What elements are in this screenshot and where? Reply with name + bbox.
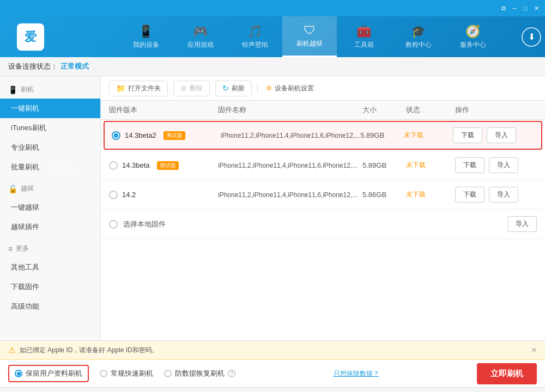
- settings-gear-icon: ⚙: [266, 84, 272, 92]
- notice-text: 如已绑定 Apple ID，请准备好 Apple ID和密码。: [20, 346, 159, 355]
- keep-data-label: 保留用户资料刷机: [26, 369, 82, 378]
- sidebar-item-pro-flash[interactable]: 专业刷机: [0, 138, 100, 157]
- toolbar: 📁 打开文件夹 ⊗ 删除 ↻ 刷新 ⚙ 设备刷机设置: [101, 76, 545, 101]
- my-device-label: 我的设备: [133, 40, 159, 50]
- table-row: 14.3beta2 测试版 iPhone11,2,iPhone11,4,iPho…: [104, 121, 542, 150]
- sidebar-item-advanced[interactable]: 高级功能: [0, 297, 100, 316]
- restore-btn[interactable]: ⧉: [499, 4, 508, 13]
- row1-radio[interactable]: [112, 131, 120, 140]
- sidebar-section-flash-header: 📱 刷机: [0, 81, 100, 99]
- col-status: 状态: [406, 105, 455, 115]
- sidebar: 📱 刷机 一键刷机 iTunes刷机 专业刷机 批量刷机 🔓 越狱: [0, 76, 101, 340]
- refresh-btn[interactable]: ↻ 刷新: [215, 81, 252, 96]
- minimize-btn[interactable]: ─: [510, 4, 519, 13]
- maximize-btn[interactable]: □: [521, 4, 530, 13]
- open-folder-btn[interactable]: 📁 打开文件夹: [109, 81, 168, 96]
- sidebar-item-other-tools[interactable]: 其他工具: [0, 258, 100, 277]
- refresh-icon: ↻: [222, 84, 229, 93]
- service-icon: 🧭: [465, 24, 480, 39]
- row3-actions: 下载 导入: [455, 187, 537, 203]
- nav-tabs: 📱 我的设备 🎮 应用游戏 🎵 铃声壁纸 🛡 刷机越狱 🧰 工具箱 🎓 教程中心…: [101, 16, 518, 57]
- sidebar-item-one-click-jailbreak[interactable]: 一键越狱: [0, 198, 100, 217]
- row3-size: 5.86GB: [362, 191, 406, 199]
- more-section-icon: ≡: [8, 244, 13, 253]
- local-import-btn[interactable]: 导入: [507, 216, 537, 232]
- row3-status: 未下载: [406, 190, 455, 199]
- nav-ringtones[interactable]: 🎵 铃声壁纸: [228, 16, 282, 57]
- row2-status: 未下载: [406, 161, 455, 170]
- tutorials-icon: 🎓: [411, 24, 426, 39]
- apps-games-icon: 🎮: [193, 24, 208, 39]
- nav-apps-games[interactable]: 🎮 应用游戏: [173, 16, 228, 57]
- col-name: 固件名称: [218, 105, 362, 115]
- logo-sub: www.i4.cn: [50, 166, 84, 172]
- flash-now-btn[interactable]: 立即刷机: [477, 363, 537, 384]
- nav-service[interactable]: 🧭 服务中心: [446, 16, 500, 57]
- row2-name: iPhone11,2,iPhone11,4,iPhone11,6,iPhone1…: [218, 162, 362, 169]
- advanced-label: 高级功能: [11, 302, 39, 311]
- nav-tutorials[interactable]: 🎓 教程中心: [391, 16, 446, 57]
- notice-bar: ⚠ 如已绑定 Apple ID，请准备好 Apple ID和密码。 ✕: [0, 341, 545, 360]
- row2-radio[interactable]: [109, 161, 118, 170]
- download-btn[interactable]: ⬇: [522, 27, 541, 47]
- window-controls[interactable]: ⧉ ─ □ ✕: [499, 4, 541, 13]
- quick-flash-label: 常规快速刷机: [111, 369, 153, 378]
- content-area: 📁 打开文件夹 ⊗ 删除 ↻ 刷新 ⚙ 设备刷机设置 固件版本 固件名称: [101, 76, 545, 340]
- bottom-panel: ⚠ 如已绑定 Apple ID，请准备好 Apple ID和密码。 ✕ 保留用户…: [0, 340, 545, 387]
- row1-download-btn[interactable]: 下载: [453, 127, 482, 143]
- row3-version-col: 14.2: [109, 191, 218, 199]
- tutorials-label: 教程中心: [405, 40, 432, 50]
- pro-flash-label: 专业刷机: [11, 143, 39, 152]
- row1-size: 5.89GB: [360, 131, 404, 139]
- sidebar-item-download-firmware[interactable]: 下载固件: [0, 277, 100, 297]
- keep-data-option[interactable]: 保留用户资料刷机: [8, 365, 89, 382]
- nav-flash-jailbreak[interactable]: 🛡 刷机越狱: [282, 16, 337, 57]
- device-flash-settings-btn[interactable]: ⚙ 设备刷机设置: [263, 81, 317, 96]
- nav-toolbox[interactable]: 🧰 工具箱: [337, 16, 391, 57]
- quick-flash-option[interactable]: 常规快速刷机: [100, 369, 153, 378]
- close-btn[interactable]: ✕: [532, 4, 541, 13]
- quick-flash-radio[interactable]: [100, 370, 107, 377]
- ringtones-label: 铃声壁纸: [242, 40, 268, 50]
- row1-import-btn[interactable]: 导入: [487, 127, 516, 143]
- toolbar-divider: [257, 83, 258, 94]
- row3-radio[interactable]: [109, 191, 118, 199]
- col-actions: 操作: [455, 105, 537, 115]
- sidebar-section-flash: 📱 刷机 一键刷机 iTunes刷机 专业刷机 批量刷机: [0, 81, 100, 177]
- row2-import-btn[interactable]: 导入: [489, 157, 518, 173]
- one-click-jailbreak-label: 一键越狱: [11, 203, 39, 212]
- col-version: 固件版本: [109, 105, 218, 115]
- local-radio[interactable]: [109, 220, 118, 229]
- sidebar-item-one-click-flash[interactable]: 一键刷机: [0, 99, 100, 118]
- nav-my-device[interactable]: 📱 我的设备: [119, 16, 173, 57]
- footer: 自动激活 跳过向导 📱 iPhone 11 Pro V7.98.22 意见反馈 …: [0, 387, 545, 392]
- batch-flash-label: 批量刷机: [11, 162, 39, 172]
- row3-import-btn[interactable]: 导入: [489, 187, 518, 203]
- row3-version: 14.2: [122, 191, 136, 199]
- sidebar-item-itunes-flash[interactable]: iTunes刷机: [0, 118, 100, 138]
- help-icon[interactable]: ?: [228, 370, 235, 377]
- only-delete-link[interactable]: 只想抹除数据？: [334, 369, 379, 378]
- row1-beta-badge: 测试版: [164, 131, 185, 140]
- notice-close-btn[interactable]: ✕: [531, 346, 537, 354]
- row2-download-btn[interactable]: 下载: [455, 157, 485, 173]
- sidebar-item-jailbreak-plugins[interactable]: 越狱插件: [0, 217, 100, 237]
- flash-jailbreak-icon: 🛡: [304, 23, 316, 38]
- select-local-row: 选择本地固件 导入: [101, 210, 545, 239]
- delete-btn[interactable]: ⊗ 删除: [173, 81, 210, 96]
- keep-data-radio[interactable]: [15, 370, 22, 377]
- firmware-table: 固件版本 固件名称 大小 状态 操作 14.3beta2 测试版 iPhone1…: [101, 101, 545, 340]
- data-recovery-option[interactable]: 防数据恢复刷机 ?: [164, 369, 235, 378]
- service-label: 服务中心: [460, 40, 486, 50]
- row1-name: iPhone11,2,iPhone11,4,iPhone11,6,iPhone1…: [221, 132, 360, 139]
- logo-icon: 爱: [17, 23, 44, 51]
- sidebar-section-jailbreak: 🔓 越狱 一键越狱 越狱插件: [0, 180, 100, 237]
- sidebar-section-more: ≡ 更多 其他工具 下载固件 高级功能: [0, 240, 100, 316]
- delete-icon: ⊗: [180, 84, 187, 93]
- status-label: 设备连接状态：: [8, 62, 58, 71]
- jailbreak-plugins-label: 越狱插件: [11, 222, 39, 232]
- row3-download-btn[interactable]: 下载: [455, 187, 485, 203]
- row2-version: 14.3beta: [122, 161, 150, 169]
- row3-name: iPhone11,2,iPhone11,4,iPhone11,6,iPhone1…: [218, 191, 362, 199]
- data-recovery-radio[interactable]: [164, 370, 172, 377]
